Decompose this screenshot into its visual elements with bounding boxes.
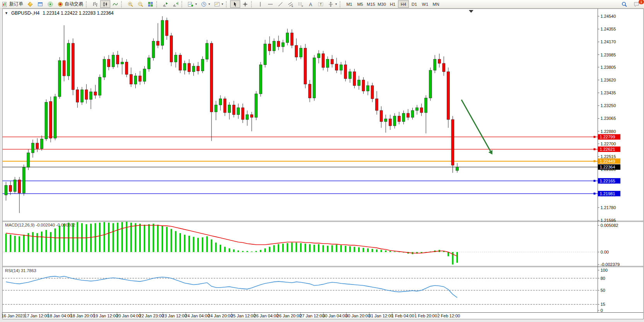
signals-button[interactable] xyxy=(45,0,55,8)
candle xyxy=(67,43,70,76)
timeframe-m1-button[interactable]: M1 xyxy=(344,0,355,8)
hline-handle[interactable] xyxy=(594,180,596,182)
zoom-out-button[interactable] xyxy=(135,0,145,8)
crosshair-button[interactable] xyxy=(240,0,250,8)
zoom-in-button[interactable] xyxy=(125,0,135,8)
macd-bar xyxy=(32,232,34,252)
macd-bar xyxy=(309,244,311,252)
timeframe-h1-button[interactable]: H1 xyxy=(387,0,398,8)
macd-bar xyxy=(291,243,293,252)
hline-handle[interactable] xyxy=(594,148,596,150)
timeframe-m15-button[interactable]: M15 xyxy=(366,0,376,8)
macd-bar xyxy=(269,247,270,252)
trendline-tool-button[interactable] xyxy=(275,0,285,8)
candle xyxy=(179,55,181,70)
chart-canvas[interactable]: 1.245401.243551.241701.239851.238051.236… xyxy=(0,8,644,319)
candle xyxy=(434,59,436,70)
profiles-button[interactable] xyxy=(25,0,35,8)
candle xyxy=(108,59,110,67)
candle xyxy=(246,115,249,120)
timeframe-m30-button[interactable]: M30 xyxy=(376,0,387,8)
new-order-button[interactable]: 新订单 xyxy=(0,0,25,8)
cursor-button[interactable] xyxy=(230,0,240,8)
candle xyxy=(85,90,88,99)
arrows-tool-icon xyxy=(328,1,334,7)
timeframe-mn-button[interactable]: MN xyxy=(430,0,441,8)
candle xyxy=(219,99,222,105)
vertical-line-tool-button[interactable] xyxy=(255,0,265,8)
line-chart-button[interactable] xyxy=(110,0,120,8)
price-axis-label: 1.21595 xyxy=(601,218,616,223)
price-badge-1.22799: 1.22799 xyxy=(598,134,620,140)
time-axis-label: 23 Jan 12:00 xyxy=(162,313,187,318)
chart-shift-button[interactable] xyxy=(171,0,181,8)
time-axis-label: 19 Jan 12:00 xyxy=(93,313,118,318)
bar-chart-button[interactable] xyxy=(90,0,100,8)
price-axis-label: 1.23985 xyxy=(601,53,616,57)
candle xyxy=(259,65,262,94)
crosshair-icon xyxy=(242,1,248,7)
macd-bar xyxy=(179,233,181,252)
auto-scroll-icon xyxy=(162,1,169,7)
candle xyxy=(277,41,280,47)
candle xyxy=(89,92,92,99)
candle xyxy=(143,69,146,81)
templates-button[interactable]: ▾ xyxy=(212,0,225,8)
label-tool-button[interactable]: T xyxy=(316,0,326,8)
autotrading-button[interactable]: 自动交易 xyxy=(55,0,85,8)
macd-bar xyxy=(448,252,449,256)
zoom-in-icon xyxy=(127,1,133,7)
indicators-caret-icon: ▾ xyxy=(195,2,197,6)
macd-bar xyxy=(349,246,351,252)
candle xyxy=(402,113,405,122)
candle xyxy=(442,63,445,72)
macd-bar xyxy=(148,224,150,252)
indicators-button[interactable]: ▾ xyxy=(186,0,199,8)
text-tool-button[interactable]: A xyxy=(306,0,316,8)
price-axis-label: 1.24540 xyxy=(601,14,616,19)
arrows-tool-button[interactable]: ▾ xyxy=(326,0,339,8)
collapse-arrow-icon[interactable]: ▼ xyxy=(5,11,8,15)
timeframe-d1-button[interactable]: D1 xyxy=(409,0,420,8)
macd-bar xyxy=(171,229,172,252)
notifications-button[interactable]: 1 xyxy=(632,0,642,8)
time-axis-label: 31 Jan 12:00 xyxy=(369,313,393,318)
candlestick-chart-button[interactable] xyxy=(100,0,110,8)
candle xyxy=(456,167,459,170)
candle xyxy=(215,105,217,112)
metaeditor-button[interactable] xyxy=(35,0,45,8)
macd-bar xyxy=(318,244,319,252)
tile-windows-button[interactable] xyxy=(145,0,155,8)
fibonacci-tool-button[interactable]: F xyxy=(296,0,306,8)
channel-tool-button[interactable]: E xyxy=(285,0,296,8)
macd-bar xyxy=(251,252,253,252)
periods-button[interactable]: ▾ xyxy=(199,0,212,8)
macd-bar xyxy=(166,227,167,252)
hline-handle[interactable] xyxy=(594,193,596,194)
auto-scroll-button[interactable] xyxy=(161,0,171,8)
time-axis-label: 26 Jan 20:00 xyxy=(277,313,302,318)
timeframe-h4-button[interactable]: H4 xyxy=(398,0,409,8)
timeframe-m5-button[interactable]: M5 xyxy=(355,0,366,8)
timeframe-w1-button[interactable]: W1 xyxy=(420,0,430,8)
hline-handle[interactable] xyxy=(594,160,596,162)
candle xyxy=(384,119,387,121)
macd-bar xyxy=(264,248,266,252)
toolbar-separator xyxy=(121,1,125,7)
candle xyxy=(282,43,284,47)
candle xyxy=(121,62,123,64)
time-axis-label: 1 Feb 04:00 xyxy=(391,313,414,318)
price-badge-1.22165: 1.22165 xyxy=(598,178,620,184)
horizontal-line-tool-button[interactable] xyxy=(265,0,275,8)
macd-bar xyxy=(327,246,328,252)
chart-title: ▼ GBPUSD-,H4 1.22314 1.22422 1.22283 1.2… xyxy=(5,10,114,16)
template-icon xyxy=(214,1,220,7)
rsi-label: RSI(14) 31.7863 xyxy=(5,268,36,273)
price-badge-text: 1.22165 xyxy=(600,179,615,183)
macd-bar xyxy=(50,232,51,252)
candle xyxy=(192,66,195,72)
hline-handle[interactable] xyxy=(594,136,596,138)
macd-bar xyxy=(117,223,118,252)
macd-bar xyxy=(55,228,56,252)
search-button[interactable] xyxy=(619,0,629,8)
